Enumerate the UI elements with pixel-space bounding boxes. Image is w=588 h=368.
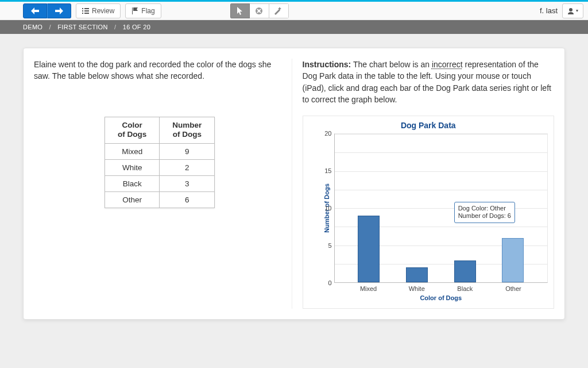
- chart-ytick: 15: [324, 167, 331, 174]
- list-icon: [82, 8, 89, 14]
- question-panel: Elaine went to the dog park and recorded…: [34, 59, 292, 309]
- chart-title: Dog Park Data: [309, 121, 548, 130]
- instructions-label: Instructions:: [303, 60, 351, 69]
- chart-container: Dog Park Data Number of Dogs 05101520 Do…: [303, 116, 555, 309]
- tool-mode-group: [230, 3, 289, 18]
- table-header-color: Color of Dogs: [105, 117, 160, 144]
- chart-ytick: 20: [324, 130, 331, 137]
- flag-label: Flag: [141, 7, 154, 15]
- instructions-panel: Instructions: The chart below is an inco…: [292, 59, 555, 309]
- chart-plot-area: Dog Color: Other Number of Dogs: 6: [334, 133, 548, 283]
- prev-button[interactable]: [23, 3, 47, 18]
- chart-ytick: 0: [328, 279, 331, 286]
- chart-bar[interactable]: [406, 267, 428, 282]
- incorrect-word: incorrect: [432, 60, 463, 69]
- dog-data-table: Color of Dogs Number of Dogs Mixed9 Whit…: [105, 117, 215, 209]
- breadcrumb: DEMO / FIRST SECTION / 16 OF 20: [0, 20, 588, 34]
- breadcrumb-sep: /: [49, 24, 51, 30]
- erase-tool[interactable]: [250, 3, 269, 18]
- arrow-right-icon: [55, 7, 63, 14]
- review-label: Review: [92, 7, 114, 15]
- pointer-tool[interactable]: [230, 3, 250, 18]
- caret-down-icon: ▾: [576, 8, 578, 13]
- user-icon: [567, 7, 574, 14]
- next-button[interactable]: [47, 3, 71, 18]
- arrow-left-icon: [31, 7, 39, 14]
- user-name: f. last: [540, 6, 558, 15]
- flag-button[interactable]: Flag: [125, 3, 161, 18]
- chart-xtick: Black: [454, 285, 476, 292]
- svg-rect-4: [82, 13, 83, 14]
- svg-rect-1: [84, 8, 89, 9]
- chart-bar[interactable]: [454, 260, 476, 283]
- content-card: Elaine went to the dog park and recorded…: [23, 48, 565, 320]
- chart-tooltip: Dog Color: Other Number of Dogs: 6: [454, 202, 515, 224]
- user-area: f. last ▾: [540, 3, 583, 18]
- magic-tool[interactable]: [269, 3, 289, 18]
- chart-xtick: Mixed: [358, 285, 380, 292]
- chart-xticks: MixedWhiteBlackOther: [334, 283, 548, 292]
- breadcrumb-sep: /: [114, 24, 116, 30]
- breadcrumb-course: DEMO: [23, 24, 42, 30]
- close-circle-icon: [255, 7, 263, 15]
- question-prompt: Elaine went to the dog park and recorded…: [34, 59, 286, 82]
- breadcrumb-progress: 16 OF 20: [123, 24, 150, 30]
- svg-rect-0: [82, 8, 83, 9]
- svg-rect-5: [84, 13, 89, 14]
- chart-bar[interactable]: [502, 238, 524, 282]
- chart-xtick: Other: [502, 285, 524, 292]
- table-row: Mixed9: [105, 144, 215, 160]
- chart-xtick: White: [406, 285, 428, 292]
- table-header-number: Number of Dogs: [160, 117, 215, 144]
- svg-point-7: [569, 8, 572, 12]
- svg-rect-2: [82, 10, 83, 12]
- chart-ytick: 10: [324, 205, 331, 212]
- toolbar: Review Flag f. last ▾: [0, 2, 588, 20]
- user-menu-button[interactable]: ▾: [562, 3, 583, 18]
- review-button[interactable]: Review: [76, 3, 121, 18]
- flag-icon: [131, 7, 138, 14]
- breadcrumb-section: FIRST SECTION: [57, 24, 107, 30]
- chart-bar[interactable]: [358, 216, 380, 282]
- instructions-text: Instructions: The chart below is an inco…: [303, 59, 555, 105]
- pointer-icon: [237, 7, 243, 15]
- nav-button-group: [23, 3, 71, 18]
- wand-icon: [274, 7, 283, 15]
- table-row: Black3: [105, 176, 215, 192]
- chart-yticks: 05101520: [319, 133, 334, 283]
- table-row: Other6: [105, 192, 215, 208]
- chart-xlabel: Color of Dogs: [334, 294, 548, 301]
- table-row: White2: [105, 160, 215, 176]
- chart-ytick: 5: [328, 242, 331, 249]
- svg-rect-3: [84, 10, 89, 12]
